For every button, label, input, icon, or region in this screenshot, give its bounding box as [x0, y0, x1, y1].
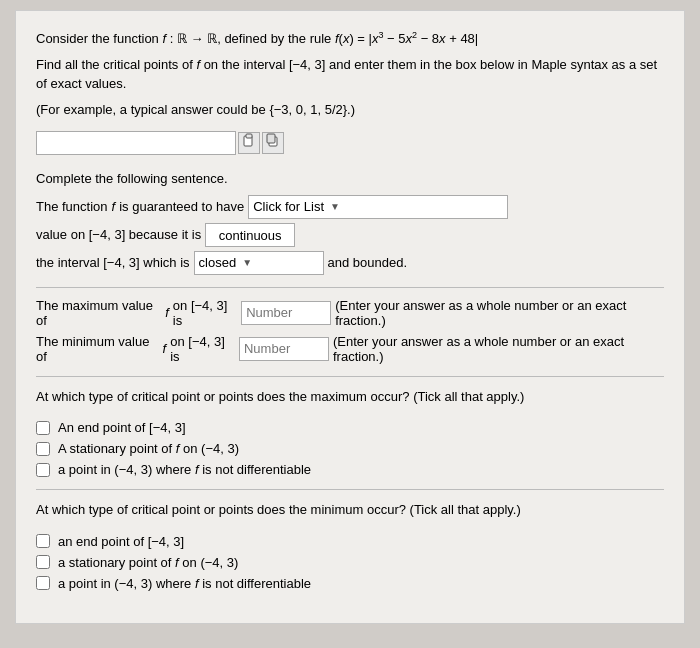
header-line1: Consider the function f : ℝ → ℝ, defined… [36, 29, 664, 49]
max-option-2-checkbox[interactable] [36, 442, 50, 456]
complete-sentence-section: Complete the following sentence. The fun… [36, 169, 664, 275]
divider-1 [36, 287, 664, 288]
paste-icon-1[interactable] [238, 132, 260, 154]
maximum-question: At which type of critical point or point… [36, 387, 664, 407]
header-section: Consider the function f : ℝ → ℝ, defined… [36, 29, 664, 119]
min-row: The minimum value of f on [−4, 3] is (En… [36, 334, 664, 364]
svg-rect-3 [267, 134, 275, 143]
closed-arrow-icon: ▼ [242, 257, 252, 268]
min-option-2-label: a stationary point of f on (−4, 3) [58, 555, 238, 570]
maximum-occurs-section: At which type of critical point or point… [36, 387, 664, 478]
max-option-3-checkbox[interactable] [36, 463, 50, 477]
max-f-label: f [165, 305, 169, 320]
sentence-row-2: the interval [−4, 3] which is closed ▼ a… [36, 251, 664, 275]
max-option-3-row: a point in (−4, 3) where f is not differ… [36, 462, 664, 477]
min-option-1-label: an end point of [−4, 3] [58, 534, 184, 549]
divider-3 [36, 489, 664, 490]
sentence-row-1: The function f is guaranteed to have Cli… [36, 195, 664, 247]
closed-value-label: closed [199, 255, 237, 270]
sentence-text-2: is guaranteed to have [119, 199, 244, 214]
critical-points-input[interactable] [36, 131, 236, 155]
max-hint-text: (Enter your answer as a whole number or … [335, 298, 664, 328]
sentence-text-1: The function [36, 199, 108, 214]
min-option-3-row: a point in (−4, 3) where f is not differ… [36, 576, 664, 591]
max-option-1-checkbox[interactable] [36, 421, 50, 435]
max-min-section: The maximum value of f on [−4, 3] is (En… [36, 298, 664, 364]
min-option-3-checkbox[interactable] [36, 576, 50, 590]
svg-rect-1 [246, 134, 252, 138]
closed-dropdown[interactable]: closed ▼ [194, 251, 324, 275]
sentence-text-5: and bounded. [328, 255, 408, 270]
dropdown1-arrow-icon: ▼ [330, 201, 340, 212]
max-option-2-label: A stationary point of f on (−4, 3) [58, 441, 239, 456]
max-on-text: on [−4, 3] is [173, 298, 237, 328]
header-line3: (For example, a typical answer could be … [36, 100, 664, 120]
max-option-1-row: An end point of [−4, 3] [36, 420, 664, 435]
max-value-input[interactable] [241, 301, 331, 325]
minimum-occurs-section: At which type of critical point or point… [36, 500, 664, 591]
divider-2 [36, 376, 664, 377]
sentence-text-3: value on [−4, 3] because it is [36, 227, 201, 242]
function-f-label: f [112, 199, 116, 214]
min-on-text: on [−4, 3] is [170, 334, 235, 364]
input-row [36, 131, 664, 155]
min-hint-text: (Enter your answer as a whole number or … [333, 334, 664, 364]
min-label-text: The minimum value of [36, 334, 159, 364]
min-value-input[interactable] [239, 337, 329, 361]
maximum-checkboxes: An end point of [−4, 3] A stationary poi… [36, 420, 664, 477]
dropdown1-label: Click for List [253, 199, 324, 214]
complete-sentence-intro: Complete the following sentence. [36, 169, 664, 189]
max-option-3-label: a point in (−4, 3) where f is not differ… [58, 462, 311, 477]
paste-icon-2[interactable] [262, 132, 284, 154]
min-option-2-row: a stationary point of f on (−4, 3) [36, 555, 664, 570]
minimum-checkboxes: an end point of [−4, 3] a stationary poi… [36, 534, 664, 591]
min-option-3-label: a point in (−4, 3) where f is not differ… [58, 576, 311, 591]
sentence-text-4: the interval [−4, 3] which is [36, 255, 190, 270]
min-option-2-checkbox[interactable] [36, 555, 50, 569]
max-option-1-label: An end point of [−4, 3] [58, 420, 186, 435]
continuous-value-box: continuous [205, 223, 295, 247]
max-label-text: The maximum value of [36, 298, 161, 328]
min-option-1-checkbox[interactable] [36, 534, 50, 548]
header-line2: Find all the critical points of f on the… [36, 55, 664, 94]
max-option-2-row: A stationary point of f on (−4, 3) [36, 441, 664, 456]
min-f-label: f [163, 341, 167, 356]
main-content: Consider the function f : ℝ → ℝ, defined… [15, 10, 685, 624]
minimum-question: At which type of critical point or point… [36, 500, 664, 520]
max-row: The maximum value of f on [−4, 3] is (En… [36, 298, 664, 328]
value-type-dropdown[interactable]: Click for List ▼ [248, 195, 508, 219]
min-option-1-row: an end point of [−4, 3] [36, 534, 664, 549]
